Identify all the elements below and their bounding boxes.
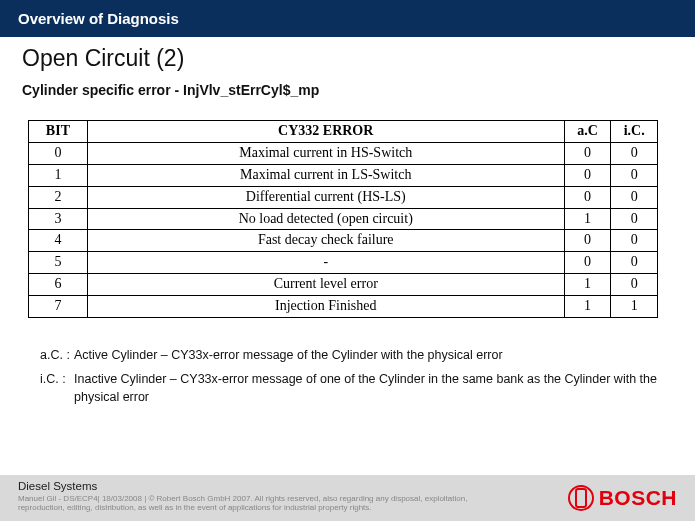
bosch-logo-text: BOSCH xyxy=(599,486,677,510)
cell-bit: 0 xyxy=(29,142,88,164)
cell-ac: 0 xyxy=(564,164,611,186)
cell-ic: 0 xyxy=(611,164,658,186)
cell-bit: 2 xyxy=(29,186,88,208)
cell-bit: 1 xyxy=(29,164,88,186)
table-row: 6Current level error10 xyxy=(29,274,658,296)
cell-err: Fast decay check failure xyxy=(87,230,564,252)
legend-ac-key: a.C. : xyxy=(40,346,74,364)
cell-ic: 0 xyxy=(611,274,658,296)
cell-err: Differential current (HS-LS) xyxy=(87,186,564,208)
header-title: Overview of Diagnosis xyxy=(18,10,179,27)
cell-ic: 0 xyxy=(611,252,658,274)
table-header-row: BIT CY332 ERROR a.C i.C. xyxy=(29,121,658,143)
error-table: BIT CY332 ERROR a.C i.C. 0Maximal curren… xyxy=(28,120,658,318)
legend-ic-key: i.C. : xyxy=(40,370,74,406)
table-body: 0Maximal current in HS-Switch001Maximal … xyxy=(29,142,658,317)
table-row: 3No load detected (open circuit)10 xyxy=(29,208,658,230)
cell-ac: 0 xyxy=(564,186,611,208)
cell-ac: 0 xyxy=(564,142,611,164)
legend: a.C. : Active Cylinder – CY33x-error mes… xyxy=(40,346,673,406)
cell-err: No load detected (open circuit) xyxy=(87,208,564,230)
table-row: 2Differential current (HS-LS)00 xyxy=(29,186,658,208)
cell-bit: 4 xyxy=(29,230,88,252)
th-err: CY332 ERROR xyxy=(87,121,564,143)
table-row: 0Maximal current in HS-Switch00 xyxy=(29,142,658,164)
cell-bit: 3 xyxy=(29,208,88,230)
page-title: Open Circuit (2) xyxy=(22,45,673,72)
cell-bit: 7 xyxy=(29,296,88,318)
cell-ac: 1 xyxy=(564,296,611,318)
cell-err: Current level error xyxy=(87,274,564,296)
page-subtitle: Cylinder specific error - InjVlv_stErrCy… xyxy=(22,82,673,98)
cell-bit: 5 xyxy=(29,252,88,274)
legend-ic-text: Inactive Cylinder – CY33x-error message … xyxy=(74,370,673,406)
bosch-logo-icon xyxy=(568,485,594,511)
cell-ic: 0 xyxy=(611,142,658,164)
cell-ic: 0 xyxy=(611,230,658,252)
table-row: 5-00 xyxy=(29,252,658,274)
th-ic: i.C. xyxy=(611,121,658,143)
cell-ac: 0 xyxy=(564,230,611,252)
content-area: Open Circuit (2) Cylinder specific error… xyxy=(0,37,695,406)
th-bit: BIT xyxy=(29,121,88,143)
cell-err: Injection Finished xyxy=(87,296,564,318)
cell-ic: 0 xyxy=(611,186,658,208)
cell-bit: 6 xyxy=(29,274,88,296)
legend-ic: i.C. : Inactive Cylinder – CY33x-error m… xyxy=(40,370,673,406)
legend-ac-text: Active Cylinder – CY33x-error message of… xyxy=(74,346,673,364)
table-row: 7Injection Finished11 xyxy=(29,296,658,318)
table-row: 4Fast decay check failure00 xyxy=(29,230,658,252)
bosch-logo: BOSCH xyxy=(568,485,677,511)
cell-err: Maximal current in HS-Switch xyxy=(87,142,564,164)
cell-err: Maximal current in LS-Switch xyxy=(87,164,564,186)
header-bar: Overview of Diagnosis xyxy=(0,0,695,37)
cell-err: - xyxy=(87,252,564,274)
footer-bar: Diesel Systems Manuel Gil - DS/ECP4| 18/… xyxy=(0,475,695,521)
table-row: 1Maximal current in LS-Switch00 xyxy=(29,164,658,186)
cell-ic: 1 xyxy=(611,296,658,318)
footer-legal: Manuel Gil - DS/ECP4| 18/03/2008 | © Rob… xyxy=(18,494,488,513)
legend-ac: a.C. : Active Cylinder – CY33x-error mes… xyxy=(40,346,673,364)
cell-ac: 1 xyxy=(564,208,611,230)
cell-ic: 0 xyxy=(611,208,658,230)
th-ac: a.C xyxy=(564,121,611,143)
cell-ac: 0 xyxy=(564,252,611,274)
cell-ac: 1 xyxy=(564,274,611,296)
